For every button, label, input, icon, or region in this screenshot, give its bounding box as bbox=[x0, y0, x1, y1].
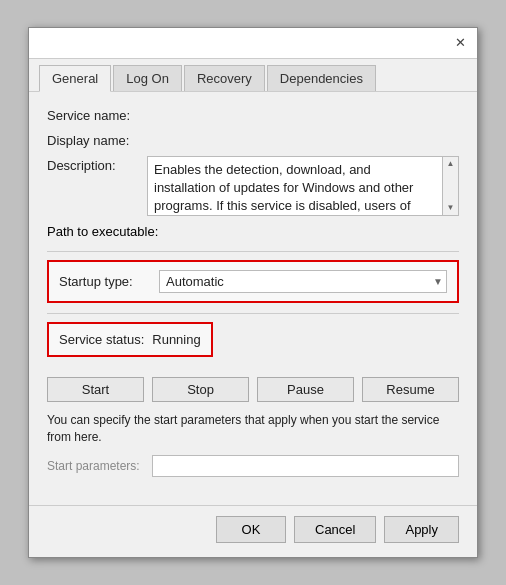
tab-bar: General Log On Recovery Dependencies bbox=[29, 59, 477, 92]
divider-2 bbox=[47, 313, 459, 314]
display-name-row: Display name: bbox=[47, 131, 459, 148]
display-name-label: Display name: bbox=[47, 131, 147, 148]
start-button[interactable]: Start bbox=[47, 377, 144, 402]
path-row: Path to executable: bbox=[47, 224, 459, 239]
stop-button[interactable]: Stop bbox=[152, 377, 249, 402]
service-status-section: Service status: Running bbox=[47, 322, 213, 357]
startup-type-section: Startup type: Automatic Automatic (Delay… bbox=[47, 260, 459, 303]
resume-button[interactable]: Resume bbox=[362, 377, 459, 402]
startup-type-select-wrapper: Automatic Automatic (Delayed Start) Manu… bbox=[159, 270, 447, 293]
tab-general[interactable]: General bbox=[39, 65, 111, 92]
startup-type-select[interactable]: Automatic Automatic (Delayed Start) Manu… bbox=[159, 270, 447, 293]
service-status-label: Service status: bbox=[59, 332, 144, 347]
tab-content: Service name: Display name: Description:… bbox=[29, 92, 477, 506]
cancel-button[interactable]: Cancel bbox=[294, 516, 376, 543]
start-params-label: Start parameters: bbox=[47, 459, 152, 473]
startup-type-label: Startup type: bbox=[59, 274, 159, 289]
close-icon: ✕ bbox=[455, 35, 466, 50]
apply-button[interactable]: Apply bbox=[384, 516, 459, 543]
dialog-footer: OK Cancel Apply bbox=[29, 505, 477, 557]
tab-recovery[interactable]: Recovery bbox=[184, 65, 265, 91]
service-control-buttons: Start Stop Pause Resume bbox=[47, 377, 459, 402]
close-button[interactable]: ✕ bbox=[449, 32, 471, 54]
title-bar: ✕ bbox=[29, 28, 477, 59]
start-params-row: Start parameters: bbox=[47, 455, 459, 477]
description-scrollbar[interactable]: ▲ ▼ bbox=[442, 157, 458, 215]
divider-1 bbox=[47, 251, 459, 252]
description-text: Enables the detection, download, and ins… bbox=[154, 161, 452, 216]
scroll-up-icon[interactable]: ▲ bbox=[444, 157, 458, 171]
service-properties-dialog: ✕ General Log On Recovery Dependencies S… bbox=[28, 27, 478, 559]
service-name-label: Service name: bbox=[47, 106, 147, 123]
startup-type-row: Startup type: Automatic Automatic (Delay… bbox=[59, 270, 447, 293]
service-status-value: Running bbox=[152, 332, 200, 347]
scroll-down-icon[interactable]: ▼ bbox=[444, 201, 458, 215]
tab-dependencies[interactable]: Dependencies bbox=[267, 65, 376, 91]
path-label: Path to executable: bbox=[47, 224, 158, 239]
service-name-row: Service name: bbox=[47, 106, 459, 123]
tab-logon[interactable]: Log On bbox=[113, 65, 182, 91]
description-row: Description: Enables the detection, down… bbox=[47, 156, 459, 216]
pause-button[interactable]: Pause bbox=[257, 377, 354, 402]
description-box: Enables the detection, download, and ins… bbox=[147, 156, 459, 216]
info-text: You can specify the start parameters tha… bbox=[47, 412, 459, 446]
description-label: Description: bbox=[47, 156, 147, 173]
start-params-input[interactable] bbox=[152, 455, 459, 477]
ok-button[interactable]: OK bbox=[216, 516, 286, 543]
